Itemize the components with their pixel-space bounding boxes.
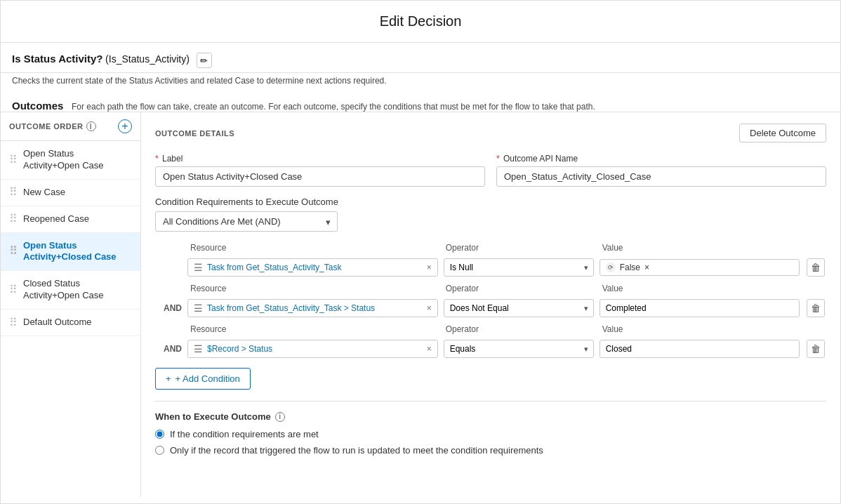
operator-wrapper-3: Equals Does Not Equal Is Null Contains	[444, 340, 594, 358]
sidebar-item-label: Reopened Case	[23, 213, 132, 225]
outcome-details-header: OUTCOME DETAILS Delete Outcome	[155, 124, 826, 142]
value-text-input-2[interactable]	[600, 299, 800, 317]
when-execute-info-icon[interactable]: i	[275, 412, 285, 422]
decision-api-name: (Is_Status_Activity)	[105, 53, 190, 65]
resource-column-header-2: Resource	[187, 284, 437, 293]
condition-value-1: ⟳ False ×	[600, 259, 800, 276]
delete-condition-3: 🗑	[805, 340, 826, 358]
label-input[interactable]	[155, 166, 485, 187]
api-name-group: * Outcome API Name	[496, 154, 826, 187]
edit-icon: ✏	[200, 55, 208, 66]
edit-decision-button[interactable]: ✏	[197, 53, 212, 68]
condition-operator-1: Is Null Is Not Null Equals Does Not Equa…	[444, 258, 594, 277]
resource-pill-text-2: Task from Get_Status_Activity_Task > Sta…	[207, 303, 423, 313]
condition-row-3: AND ☰ $Record > Status × Equals Does No	[155, 340, 826, 358]
radio-option-if-updated[interactable]: Only if the record that triggered the fl…	[155, 445, 826, 456]
when-execute-radio-group: If the condition requirements are met On…	[155, 429, 826, 456]
operator-select-1[interactable]: Is Null Is Not Null Equals Does Not Equa…	[444, 258, 594, 277]
resource-column-header: Resource	[187, 243, 437, 253]
sidebar-item-label: Open Status Activity+Open Case	[23, 148, 132, 172]
add-outcome-button[interactable]: +	[118, 119, 132, 133]
value-column-header-2: Value	[600, 284, 800, 293]
drag-handle-icon: ⠿	[9, 284, 18, 296]
label-group: * Label	[155, 154, 485, 187]
false-value-icon: ⟳	[606, 263, 616, 272]
radio-option-if-met[interactable]: If the condition requirements are met	[155, 429, 826, 439]
sidebar-item-reopened-case[interactable]: ⠿ Reopened Case	[1, 206, 140, 233]
condition-resource-1: ☰ Task from Get_Status_Activity_Task ×	[187, 258, 438, 277]
sidebar-item-open-status-open-case[interactable]: ⠿ Open Status Activity+Open Case	[1, 141, 140, 180]
condition-resource-2: ☰ Task from Get_Status_Activity_Task > S…	[187, 299, 438, 317]
resource-pill-close-button-3[interactable]: ×	[427, 344, 432, 354]
trash-icon: 🗑	[811, 262, 821, 273]
resource-pill-2: ☰ Task from Get_Status_Activity_Task > S…	[187, 299, 438, 317]
condition-operator-2: Does Not Equal Equals Is Null Contains	[444, 299, 594, 317]
add-condition-button[interactable]: + + Add Condition	[155, 368, 251, 390]
delete-condition-button-3[interactable]: 🗑	[807, 340, 825, 358]
condition-requirements-label: Condition Requirements to Execute Outcom…	[155, 197, 826, 207]
operator-column-header-2: Operator	[443, 284, 594, 293]
outcomes-description: For each path the flow can take, create …	[72, 102, 595, 112]
outcome-order-info-icon[interactable]: i	[86, 121, 96, 131]
api-name-field-label: * Outcome API Name	[496, 154, 826, 164]
operator-column-header-3: Operator	[443, 324, 594, 334]
operator-wrapper-2: Does Not Equal Equals Is Null Contains	[444, 299, 594, 317]
label-field-label: * Label	[155, 154, 485, 164]
delete-outcome-button[interactable]: Delete Outcome	[739, 124, 826, 142]
condition-requirements-select[interactable]: All Conditions Are Met (AND) Any Conditi…	[155, 211, 338, 232]
outcomes-section: Outcomes For each path the flow can take…	[1, 93, 840, 112]
resource-pill-text-3: $Record > Status	[207, 344, 423, 354]
radio-if-updated-label: Only if the record that triggered the fl…	[170, 445, 543, 456]
sidebar-item-label: Open Status Activity+Closed Case	[23, 240, 132, 264]
condition-requirements-select-wrapper: All Conditions Are Met (AND) Any Conditi…	[155, 211, 338, 232]
sidebar-item-new-case[interactable]: ⠿ New Case	[1, 180, 140, 206]
sidebar-item-open-status-closed-case[interactable]: ⠿ Open Status Activity+Closed Case	[1, 233, 140, 272]
radio-if-met[interactable]	[155, 430, 164, 439]
condition-value-2	[600, 299, 800, 317]
resource-pill-icon: ☰	[194, 262, 203, 273]
value-pill-1: ⟳ False ×	[600, 259, 800, 276]
delete-condition-1: 🗑	[805, 258, 826, 277]
drag-handle-icon: ⠿	[9, 246, 18, 257]
add-condition-icon: +	[166, 373, 171, 384]
radio-if-updated[interactable]	[155, 446, 164, 455]
value-pill-close-button[interactable]: ×	[644, 263, 649, 272]
add-condition-label: + Add Condition	[176, 373, 240, 384]
operator-select-2[interactable]: Does Not Equal Equals Is Null Contains	[444, 299, 594, 317]
resource-pill-text: Task from Get_Status_Activity_Task	[207, 263, 423, 272]
sidebar-item-closed-status-open-case[interactable]: ⠿ Closed Status Activity+Open Case	[1, 271, 140, 310]
when-execute-section: When to Execute Outcome i If the conditi…	[155, 401, 826, 456]
api-name-input[interactable]	[496, 166, 826, 187]
condition-headers-row: Resource Operator Value	[155, 243, 826, 256]
sidebar: OUTCOME ORDER i + ⠿ Open Status Activity…	[1, 112, 141, 497]
resource-column-header-3: Resource	[187, 324, 437, 334]
resource-pill-close-button-2[interactable]: ×	[427, 303, 432, 313]
sidebar-item-label: Default Outcome	[23, 317, 132, 329]
sidebar-item-default-outcome[interactable]: ⠿ Default Outcome	[1, 310, 140, 336]
delete-condition-button-2[interactable]: 🗑	[807, 299, 825, 317]
resource-pill-3: ☰ $Record > Status ×	[187, 340, 438, 358]
condition-row-2: AND ☰ Task from Get_Status_Activity_Task…	[155, 299, 826, 317]
label-api-row: * Label * Outcome API Name	[155, 154, 826, 187]
decision-label: Is Status Activity?	[12, 53, 102, 65]
condition-row-1: ☰ Task from Get_Status_Activity_Task × I…	[155, 258, 826, 277]
value-pill-text: False	[620, 263, 640, 272]
page-title: Edit Decision	[13, 13, 828, 29]
operator-column-header: Operator	[443, 243, 594, 253]
condition-prefix-3: AND	[155, 344, 182, 354]
condition-resource-3: ☰ $Record > Status ×	[187, 340, 438, 358]
delete-condition-button-1[interactable]: 🗑	[807, 258, 825, 277]
main-content: OUTCOME ORDER i + ⠿ Open Status Activity…	[1, 112, 840, 497]
value-text-input-3[interactable]	[600, 340, 800, 358]
drag-handle-icon: ⠿	[9, 187, 18, 198]
outcome-order-header: OUTCOME ORDER i +	[1, 112, 140, 141]
operator-select-3[interactable]: Equals Does Not Equal Is Null Contains	[444, 340, 594, 358]
sidebar-item-label: New Case	[23, 187, 132, 199]
value-column-header-3: Value	[600, 324, 800, 334]
resource-pill-close-button[interactable]: ×	[427, 263, 432, 272]
sidebar-item-label: Closed Status Activity+Open Case	[23, 278, 132, 302]
trash-icon-3: 🗑	[811, 343, 821, 354]
outcome-details-panel: OUTCOME DETAILS Delete Outcome * Label *…	[141, 112, 840, 497]
condition-operator-3: Equals Does Not Equal Is Null Contains	[444, 340, 594, 358]
outcome-order-label: OUTCOME ORDER	[9, 122, 84, 131]
